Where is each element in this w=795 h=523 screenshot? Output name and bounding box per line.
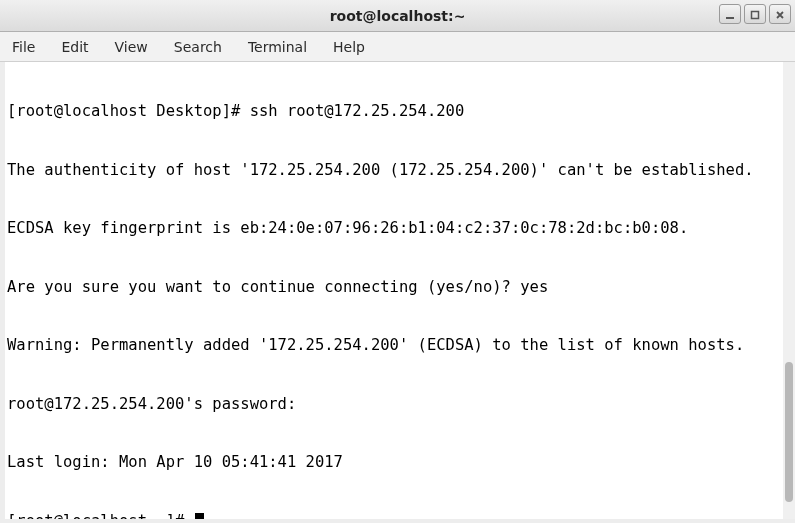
menu-view[interactable]: View (111, 35, 152, 59)
minimize-icon (725, 5, 735, 24)
terminal-cursor (195, 513, 204, 519)
window-title: root@localhost:~ (0, 8, 795, 24)
terminal-line: Warning: Permanently added '172.25.254.2… (7, 336, 788, 356)
menu-edit[interactable]: Edit (57, 35, 92, 59)
close-button[interactable] (769, 4, 791, 24)
maximize-icon (750, 5, 760, 24)
minimize-button[interactable] (719, 4, 741, 24)
terminal-line: The authenticity of host '172.25.254.200… (7, 161, 788, 181)
svg-rect-1 (752, 11, 759, 18)
terminal-line: Are you sure you want to continue connec… (7, 278, 788, 298)
scrollbar-thumb[interactable] (785, 362, 793, 502)
terminal-content[interactable]: [root@localhost Desktop]# ssh root@172.2… (5, 62, 790, 519)
close-icon (775, 5, 785, 24)
window-titlebar: root@localhost:~ (0, 0, 795, 32)
window-controls (719, 4, 791, 24)
menubar: File Edit View Search Terminal Help (0, 32, 795, 62)
terminal-prompt-line: [root@localhost ~]# (7, 512, 788, 520)
scrollbar-track[interactable] (783, 62, 795, 519)
menu-help[interactable]: Help (329, 35, 369, 59)
menu-terminal[interactable]: Terminal (244, 35, 311, 59)
terminal-line: Last login: Mon Apr 10 05:41:41 2017 (7, 453, 788, 473)
menu-file[interactable]: File (8, 35, 39, 59)
terminal-prompt: [root@localhost ~]# (7, 512, 194, 520)
terminal-line: ECDSA key fingerprint is eb:24:0e:07:96:… (7, 219, 788, 239)
terminal-line: root@172.25.254.200's password: (7, 395, 788, 415)
svg-rect-0 (726, 17, 734, 19)
maximize-button[interactable] (744, 4, 766, 24)
menu-search[interactable]: Search (170, 35, 226, 59)
terminal-line: [root@localhost Desktop]# ssh root@172.2… (7, 102, 788, 122)
